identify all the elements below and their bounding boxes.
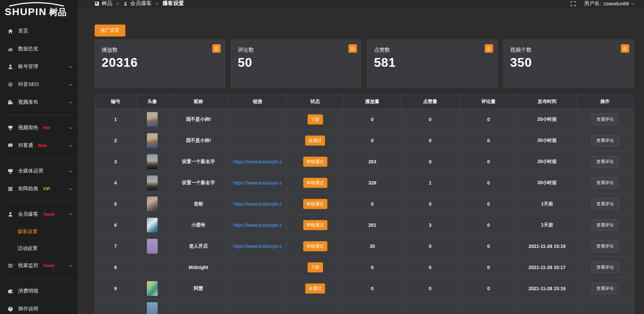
- chevron-down-icon: [69, 100, 72, 103]
- videos-table: 编号 头像 昵称 链接 状态 播放量 点赞量 评论量 发布时间 操作 1 我不是…: [95, 94, 634, 314]
- sidebar-item-home[interactable]: 首页: [0, 22, 78, 40]
- cell-number: 5: [95, 194, 137, 214]
- sidebar-item-label: 抖音SEO: [18, 81, 39, 88]
- sidebar-item-video-heat[interactable]: 视频加热 Hot: [0, 119, 78, 137]
- cell-status: 未通过: [287, 278, 344, 299]
- sidebar-subitem-activity-settings[interactable]: 活动设置: [0, 240, 78, 257]
- table-row: 3 设置一个新名字 https://www.iesdouyin.c 审核通过 2…: [95, 151, 634, 172]
- sidebar-item-account-mgmt[interactable]: 账号管理: [0, 58, 78, 75]
- sidebar-item-doketong[interactable]: 抖客通 New: [0, 137, 78, 154]
- table-row: 7 老人开店 https://www.iesdouyin.c 审核通过 35 0…: [95, 235, 634, 257]
- view-comments-button[interactable]: 查看评论: [592, 135, 619, 146]
- sidebar-item-clue-monitor[interactable]: 线索监控 Tools: [0, 257, 78, 274]
- sidebar-subitem-label: 活动设置: [17, 245, 38, 252]
- total-badge: 总: [485, 44, 493, 53]
- stat-value: 50: [238, 56, 357, 70]
- cell-link: [229, 278, 287, 299]
- view-comments-button[interactable]: 查看评论: [592, 156, 619, 167]
- cell-status: 审核通过: [287, 236, 344, 257]
- stat-card-videos: 视频个数 350 总: [503, 40, 634, 88]
- col-header-plays: 播放量: [344, 95, 401, 109]
- cell-comments: 0: [460, 151, 518, 172]
- sidebar-item-member-baoke[interactable]: 会员爆客 Tools: [0, 205, 78, 223]
- vip-tag: VIP: [43, 186, 50, 191]
- avatar: [147, 154, 158, 169]
- cell-link: [229, 130, 287, 151]
- sidebar-item-instructions[interactable]: ? 操作说明: [0, 300, 78, 314]
- bar-chart-icon: [7, 46, 13, 52]
- video-link[interactable]: https://www.iesdouyin.c: [233, 180, 282, 186]
- chevron-down-icon: [69, 143, 72, 147]
- cell-comments: 0: [460, 278, 518, 299]
- cell-plays: 35: [344, 236, 401, 257]
- cell-comments: 0: [460, 236, 518, 257]
- cell-avatar: [137, 151, 168, 172]
- col-header-status: 状态: [287, 95, 344, 109]
- cell-comments: 0: [460, 194, 518, 214]
- cell-action: 查看评论: [577, 109, 634, 130]
- sidebar-item-label: 账号管理: [18, 63, 38, 70]
- sidebar-item-data-overview[interactable]: 数据总览: [0, 40, 78, 58]
- cell-comments: 0: [460, 257, 518, 278]
- user-menu[interactable]: 用户名: zswodun88: [584, 0, 634, 7]
- username-value: zswodun88: [603, 1, 629, 6]
- video-link[interactable]: https://www.iesdouyin.c: [233, 159, 282, 164]
- video-link[interactable]: https://www.iesdouyin.c: [233, 222, 282, 228]
- cell-link: https://www.iesdouyin.c: [229, 151, 287, 172]
- sidebar-item-spend-details[interactable]: 消费明细: [0, 282, 78, 300]
- sidebar-item-video-publish[interactable]: 视频发布: [0, 93, 78, 111]
- cell-plays: [344, 299, 401, 314]
- breadcrumb-item-shupin[interactable]: 树品: [95, 0, 112, 7]
- sidebar-item-omni-media[interactable]: 全媒体运营: [0, 162, 78, 180]
- view-comments-button[interactable]: 查看评论: [592, 177, 619, 189]
- video-link[interactable]: https://www.iesdouyin.c: [233, 201, 282, 207]
- cell-likes: 0: [401, 236, 460, 257]
- view-comments-button[interactable]: 查看评论: [592, 219, 619, 231]
- sidebar-item-label: 视频发布: [18, 99, 38, 105]
- avatar: [147, 175, 158, 190]
- chevron-down-icon: [631, 2, 635, 5]
- cell-link: [229, 299, 287, 314]
- cell-status: 未通过: [287, 130, 344, 151]
- cell-likes: 0: [401, 257, 460, 278]
- promotion-settings-button[interactable]: 推广设置: [95, 24, 125, 37]
- stat-label: 播放数: [102, 47, 220, 54]
- fullscreen-button[interactable]: [570, 1, 576, 7]
- sidebar-item-douyin-seo[interactable]: 抖音SEO: [0, 75, 78, 93]
- sidebar-item-label: 消费明细: [18, 288, 38, 294]
- col-header-nickname: 昵称: [168, 95, 229, 109]
- video-camera-icon: [7, 99, 13, 105]
- avatar: [147, 302, 158, 314]
- view-comments-button[interactable]: 查看评论: [592, 283, 619, 294]
- stat-card-plays: 播放数 20316 总: [95, 40, 225, 88]
- sidebar-subitem-baoke-settings[interactable]: 爆客设置: [0, 223, 78, 240]
- table-row: 4 设置一个新名字 https://www.iesdouyin.c 审核通过 3…: [95, 172, 634, 193]
- col-header-avatar: 头像: [137, 95, 168, 109]
- sidebar-item-matrix-boost[interactable]: 矩阵助推 VIP: [0, 180, 78, 198]
- stat-label: 评论数: [238, 47, 357, 54]
- hot-tag: Hot: [43, 125, 50, 130]
- view-comments-button[interactable]: 查看评论: [592, 198, 619, 210]
- breadcrumb-label: 会员爆客: [130, 0, 152, 7]
- cell-status: 下架: [287, 257, 344, 278]
- col-header-time: 发布时间: [518, 95, 577, 109]
- view-comments-button[interactable]: 查看评论: [592, 114, 619, 125]
- video-link[interactable]: https://www.iesdouyin.c: [233, 244, 282, 249]
- cell-likes: [401, 299, 460, 314]
- cell-nickname: [168, 299, 229, 314]
- logo-brand-en: SHUPIN: [5, 7, 47, 17]
- avatar: [147, 281, 158, 296]
- avatar: [147, 218, 158, 232]
- status-badge: 未通过: [305, 283, 325, 294]
- view-comments-button[interactable]: 查看评论: [592, 262, 619, 273]
- cell-number: [95, 299, 137, 314]
- breadcrumb-item-member-baoke[interactable]: 会员爆客: [123, 0, 152, 7]
- cell-status: [287, 299, 344, 314]
- cell-comments: 0: [460, 215, 518, 235]
- view-comments-button[interactable]: 查看评论: [592, 241, 619, 252]
- cell-number: 1: [95, 109, 137, 130]
- cell-status: 下架: [287, 109, 344, 130]
- cell-status: 审核通过: [287, 215, 344, 235]
- status-badge: 下架: [308, 114, 323, 124]
- cell-number: 3: [95, 151, 137, 172]
